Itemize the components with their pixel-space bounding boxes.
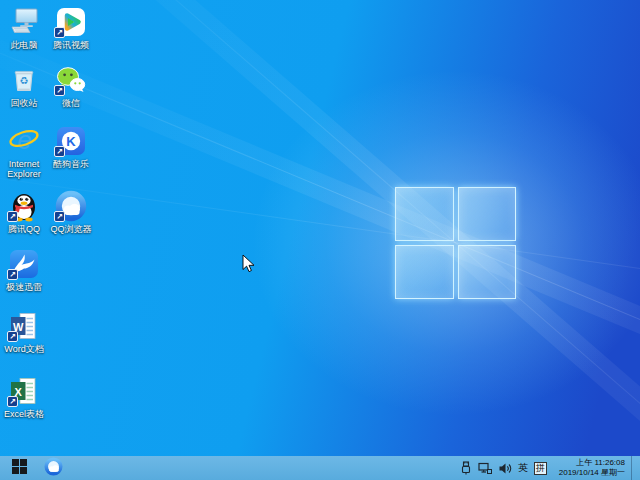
desktop-icon-label: QQ浏览器 [41, 224, 101, 234]
taskbar-qq-browser-button[interactable] [38, 456, 68, 480]
clock-time: 上午 11:26:08 [553, 458, 625, 468]
taskbar: 英 拼 上午 11:26:08 2019/10/14 星期一 [0, 456, 640, 480]
windows-logo-pane [395, 187, 454, 241]
ie-letter: e [17, 125, 31, 155]
recycle-symbol: ♻ [20, 75, 29, 86]
kugou-letter: K [66, 134, 76, 149]
shortcut-arrow-badge: ↗ [7, 269, 18, 280]
taskbar-clock[interactable]: 上午 11:26:08 2019/10/14 星期一 [553, 458, 625, 478]
desktop-icon-kugou-music[interactable]: K ↗ 酷狗音乐 [41, 125, 101, 169]
desktop-icon-label: 腾讯视频 [41, 40, 101, 50]
desktop-icon-word[interactable]: W ↗ Word文档 [0, 310, 54, 354]
recycle-bin-icon: ♻ [8, 64, 40, 96]
desktop[interactable]: 此电脑 ♻ 回收站 e Internet Explorer [0, 0, 640, 480]
desktop-icon-label: 极速迅雷 [0, 282, 54, 292]
clock-date: 2019/10/14 星期一 [553, 468, 625, 478]
desktop-icon-wechat[interactable]: ↗ 微信 [41, 64, 101, 108]
windows-logo-wallpaper [395, 187, 516, 299]
network-icon[interactable] [478, 462, 492, 475]
desktop-icon-label: Word文档 [0, 344, 54, 354]
internet-explorer-icon: e [8, 125, 40, 157]
windows-logo-pane [395, 245, 454, 299]
shortcut-arrow-badge: ↗ [54, 146, 65, 157]
start-button[interactable] [0, 456, 38, 480]
windows-logo-pane [458, 245, 517, 299]
show-desktop-button[interactable] [631, 456, 636, 480]
desktop-icon-excel[interactable]: X ↗ Excel表格 [0, 375, 54, 419]
shortcut-arrow-badge: ↗ [7, 211, 18, 222]
system-tray: 英 拼 上午 11:26:08 2019/10/14 星期一 [460, 456, 640, 480]
wallpaper-ray [0, 152, 640, 334]
shortcut-arrow-badge: ↗ [54, 27, 65, 38]
desktop-icon-label: 微信 [41, 98, 101, 108]
desktop-icon-xunlei[interactable]: ↗ 极速迅雷 [0, 248, 54, 292]
ime-language-indicator[interactable]: 英 [518, 461, 528, 475]
desktop-icon-label: 酷狗音乐 [41, 159, 101, 169]
desktop-icon-qq-browser[interactable]: ↗ QQ浏览器 [41, 190, 101, 234]
windows-logo-pane [458, 187, 517, 241]
ime-mode-icon[interactable]: 拼 [534, 462, 547, 475]
shortcut-arrow-badge: ↗ [7, 331, 18, 342]
desktop-icon-tencent-video[interactable]: ↗ 腾讯视频 [41, 6, 101, 50]
usb-safely-remove-icon[interactable] [460, 461, 472, 475]
mouse-cursor [242, 254, 255, 277]
desktop-icon-label: Excel表格 [0, 409, 54, 419]
shortcut-arrow-badge: ↗ [54, 85, 65, 96]
shortcut-arrow-badge: ↗ [7, 396, 18, 407]
this-pc-icon [8, 6, 40, 38]
volume-icon[interactable] [498, 462, 512, 475]
windows-start-icon [12, 459, 27, 478]
qq-browser-icon [44, 457, 63, 480]
shortcut-arrow-badge: ↗ [54, 211, 65, 222]
